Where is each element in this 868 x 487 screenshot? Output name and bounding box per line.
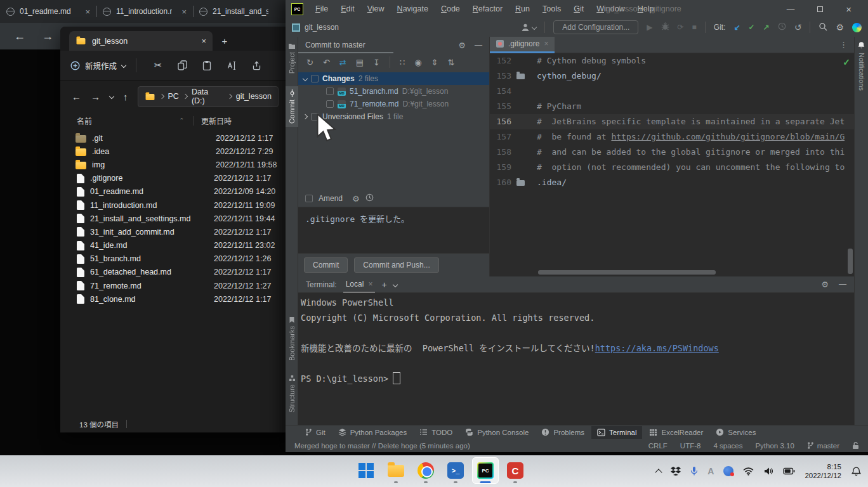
column-header-date[interactable]: 更新日時 (201, 115, 232, 126)
chevron-down-icon[interactable] (109, 94, 114, 99)
stop-icon[interactable]: ■ (692, 23, 697, 32)
toolwindow-project[interactable]: Project (286, 39, 298, 77)
commit-and-push-button[interactable]: Commit and Push... (354, 257, 438, 273)
changes-group-row[interactable]: Changes 2 files (298, 72, 489, 85)
hide-icon[interactable]: — (475, 41, 482, 50)
vertical-scrollbar[interactable] (848, 249, 853, 274)
file-row[interactable]: 51_branch.md2022/12/12 1:26 (60, 252, 290, 266)
rollback-icon[interactable]: ↶ (323, 58, 330, 67)
checkbox[interactable] (326, 88, 334, 95)
debug-icon[interactable] (661, 22, 669, 32)
file-row[interactable]: 21_install_and_seettings.md2022/12/11 19… (60, 212, 290, 225)
share-icon[interactable] (252, 61, 261, 70)
paste-icon[interactable] (202, 60, 211, 70)
toolwindow-python-packages[interactable]: Python Packages (332, 426, 413, 439)
amend-checkbox[interactable] (305, 195, 313, 202)
toolwindow-todo[interactable]: TODO (414, 426, 458, 439)
gitignore-template-link[interactable]: https://github.com/github/gitignore/blob… (611, 132, 845, 141)
indent-widget[interactable]: 4 spaces (713, 442, 742, 450)
toolwindow-commit[interactable]: Commit (286, 86, 298, 127)
file-row[interactable]: 11_introduction.md2022/12/11 19:09 (60, 198, 290, 212)
search-icon[interactable] (819, 22, 827, 33)
line-ending-widget[interactable]: CRLF (648, 442, 667, 450)
start-button[interactable] (353, 457, 379, 484)
file-row[interactable]: img2022/12/11 19:58 (60, 158, 290, 171)
git-commit-check-icon[interactable]: ✓ (749, 23, 755, 32)
taskbar-camtasia[interactable]: C (502, 457, 529, 484)
hide-icon[interactable]: — (839, 280, 846, 289)
breadcrumb-segment[interactable]: git_lesson (236, 92, 272, 101)
more-options-icon[interactable]: ⋮ (839, 40, 854, 49)
menu-run[interactable]: Run (509, 4, 536, 13)
git-status-message[interactable]: Merged hoge to master // Delete hoge (5 … (294, 442, 470, 450)
menu-navigate[interactable]: Navigate (391, 4, 435, 13)
back-icon[interactable]: ← (72, 91, 81, 102)
browser-tab[interactable]: 21_install_and_se (193, 0, 289, 23)
expand-all-icon[interactable]: ⇕ (431, 58, 438, 67)
commit-message-field[interactable]: .gitignore を更新した。 (298, 207, 489, 254)
file-row[interactable]: 31_init_add_commit.md2022/12/12 1:17 (60, 225, 290, 238)
chevron-right-icon[interactable] (303, 114, 308, 119)
commit-button[interactable]: Commit (304, 257, 348, 273)
breadcrumb[interactable]: PC Data (D:) git_lesson (138, 86, 279, 107)
menu-file[interactable]: File (309, 4, 334, 13)
checkbox[interactable] (311, 75, 319, 82)
chevron-down-icon[interactable] (303, 76, 308, 81)
profiler-icon[interactable]: ⟳ (678, 23, 684, 32)
up-icon[interactable]: ↑ (123, 91, 128, 102)
new-session-icon[interactable]: + (381, 280, 386, 290)
minimize-icon[interactable]: — (787, 4, 795, 13)
menu-refactor[interactable]: Refactor (466, 4, 509, 13)
close-icon[interactable]: × (368, 280, 372, 289)
new-item-button[interactable]: 新規作成 (70, 60, 126, 72)
forward-icon[interactable]: → (42, 30, 53, 43)
branch-widget[interactable]: master (807, 441, 839, 450)
add-configuration-button[interactable]: Add Configuration... (553, 20, 638, 34)
file-row[interactable]: 01_readme.md2022/12/09 14:20 (60, 185, 290, 198)
rollback-icon[interactable]: ↺ (794, 22, 802, 32)
settings-gear-icon[interactable]: ⚙ (821, 280, 829, 289)
toolwindow-python-console[interactable]: Python Console (459, 426, 534, 439)
code-with-me-icon[interactable] (852, 23, 862, 32)
taskbar-clock[interactable]: 8:15 2022/12/12 (805, 462, 841, 480)
powershell-update-link[interactable]: https://aka.ms/PSWindows (595, 343, 719, 353)
cut-icon[interactable]: ✂ (154, 60, 162, 71)
horizontal-scrollbar[interactable] (538, 270, 716, 275)
file-row[interactable]: 41_ide.md2022/12/11 23:02 (60, 239, 290, 252)
menu-view[interactable]: View (361, 4, 391, 13)
file-row[interactable]: .gitignore2022/12/12 1:17 (60, 172, 290, 185)
menu-code[interactable]: Code (435, 4, 466, 13)
forward-icon[interactable]: → (91, 91, 100, 102)
toolwindow-terminal[interactable]: Terminal (591, 426, 642, 439)
terminal-output[interactable]: Windows PowerShell Copyright (C) Microso… (298, 293, 854, 386)
taskbar-explorer[interactable] (383, 457, 409, 484)
dropbox-icon[interactable] (671, 467, 681, 476)
tray-overflow-icon[interactable] (655, 469, 662, 476)
editor-body[interactable]: 152# Cython debug symbols 153cython_debu… (490, 53, 854, 190)
changed-file-row[interactable]: 51_branch.md D:¥git_lesson (298, 85, 489, 98)
file-row[interactable]: .idea2022/12/12 7:29 (60, 145, 290, 158)
file-row[interactable]: .git2022/12/12 1:17 (60, 131, 290, 145)
refresh-icon[interactable]: ↻ (306, 58, 313, 67)
toolwindow-services[interactable]: Services (710, 426, 761, 439)
breadcrumb-segment[interactable]: PC (168, 92, 179, 101)
rename-icon[interactable] (227, 61, 237, 70)
notification-bell-icon[interactable] (851, 466, 862, 477)
wifi-icon[interactable] (743, 467, 754, 476)
terminal-tab-local[interactable]: Local × (343, 276, 376, 293)
settings-gear-icon[interactable]: ⚙ (836, 22, 844, 32)
battery-icon[interactable] (783, 467, 795, 475)
toolwindow-notifications[interactable]: Notifications (855, 37, 868, 91)
close-icon[interactable]: × (181, 7, 187, 16)
close-icon[interactable]: × (846, 4, 852, 15)
toolwindow-bookmarks[interactable]: Bookmarks (286, 313, 298, 364)
close-icon[interactable]: × (544, 39, 548, 48)
microphone-icon[interactable] (690, 466, 698, 476)
group-by-icon[interactable]: ∷ (400, 58, 405, 67)
run-icon[interactable]: ▶ (647, 23, 652, 32)
file-row[interactable]: 61_detached_head.md2022/12/12 1:17 (60, 266, 290, 279)
back-icon[interactable]: ← (14, 30, 25, 43)
ime-indicator[interactable]: A (707, 466, 714, 476)
taskbar-powershell[interactable]: >_ (442, 457, 469, 484)
chevron-down-icon[interactable] (392, 282, 397, 287)
